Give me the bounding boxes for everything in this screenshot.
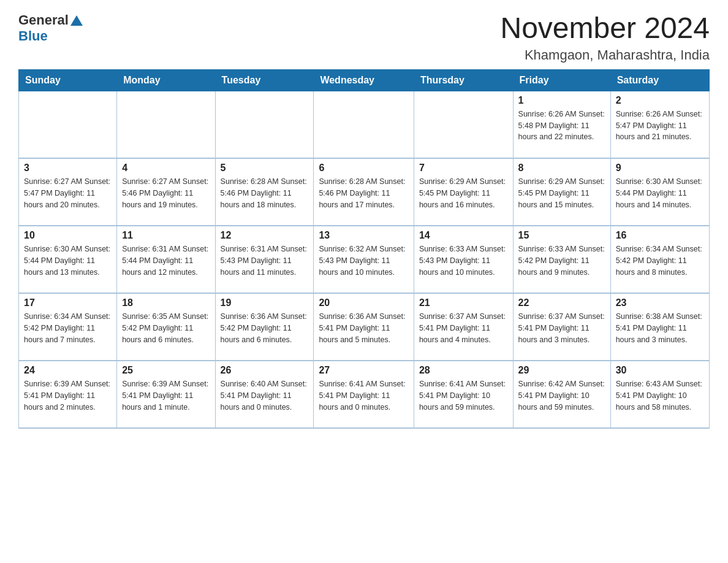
weekday-header-friday: Friday	[513, 69, 610, 91]
calendar-cell: 15Sunrise: 6:33 AM Sunset: 5:42 PM Dayli…	[513, 226, 610, 293]
day-detail: Sunrise: 6:36 AM Sunset: 5:41 PM Dayligh…	[319, 311, 408, 345]
day-detail: Sunrise: 6:42 AM Sunset: 5:41 PM Dayligh…	[518, 378, 605, 413]
page-title: November 2024	[500, 12, 710, 45]
calendar-cell: 20Sunrise: 6:36 AM Sunset: 5:41 PM Dayli…	[314, 293, 414, 361]
day-number: 4	[122, 163, 210, 174]
calendar-week-row: 17Sunrise: 6:34 AM Sunset: 5:42 PM Dayli…	[19, 293, 710, 361]
calendar-cell: 8Sunrise: 6:29 AM Sunset: 5:45 PM Daylig…	[513, 158, 610, 226]
calendar-cell: 4Sunrise: 6:27 AM Sunset: 5:46 PM Daylig…	[117, 158, 215, 226]
day-detail: Sunrise: 6:34 AM Sunset: 5:42 PM Dayligh…	[24, 311, 112, 345]
calendar-cell: 24Sunrise: 6:39 AM Sunset: 5:41 PM Dayli…	[19, 361, 117, 428]
day-number: 11	[122, 230, 210, 241]
day-number: 28	[419, 365, 508, 376]
calendar-cell: 17Sunrise: 6:34 AM Sunset: 5:42 PM Dayli…	[19, 293, 117, 361]
calendar-cell: 2Sunrise: 6:26 AM Sunset: 5:47 PM Daylig…	[610, 91, 709, 158]
calendar-cell	[215, 91, 314, 158]
day-detail: Sunrise: 6:27 AM Sunset: 5:46 PM Dayligh…	[122, 176, 210, 210]
day-detail: Sunrise: 6:26 AM Sunset: 5:47 PM Dayligh…	[616, 109, 704, 143]
day-detail: Sunrise: 6:38 AM Sunset: 5:41 PM Dayligh…	[616, 311, 704, 345]
day-number: 5	[221, 163, 309, 174]
calendar-cell: 28Sunrise: 6:41 AM Sunset: 5:41 PM Dayli…	[414, 361, 513, 428]
calendar-cell: 12Sunrise: 6:31 AM Sunset: 5:43 PM Dayli…	[215, 226, 314, 293]
weekday-header-monday: Monday	[117, 69, 215, 91]
weekday-header-thursday: Thursday	[414, 69, 513, 91]
calendar-week-row: 24Sunrise: 6:39 AM Sunset: 5:41 PM Dayli…	[19, 361, 710, 428]
calendar-cell: 21Sunrise: 6:37 AM Sunset: 5:41 PM Dayli…	[414, 293, 513, 361]
weekday-header-sunday: Sunday	[19, 69, 117, 91]
day-detail: Sunrise: 6:30 AM Sunset: 5:44 PM Dayligh…	[616, 176, 704, 210]
weekday-header-wednesday: Wednesday	[314, 69, 414, 91]
weekday-header-tuesday: Tuesday	[215, 69, 314, 91]
day-detail: Sunrise: 6:28 AM Sunset: 5:46 PM Dayligh…	[221, 176, 309, 210]
calendar-cell	[314, 91, 414, 158]
day-detail: Sunrise: 6:26 AM Sunset: 5:48 PM Dayligh…	[518, 109, 605, 143]
day-detail: Sunrise: 6:29 AM Sunset: 5:45 PM Dayligh…	[419, 176, 508, 210]
day-detail: Sunrise: 6:37 AM Sunset: 5:41 PM Dayligh…	[419, 311, 508, 345]
calendar-cell: 16Sunrise: 6:34 AM Sunset: 5:42 PM Dayli…	[610, 226, 709, 293]
calendar-table: SundayMondayTuesdayWednesdayThursdayFrid…	[18, 69, 710, 429]
calendar-cell: 7Sunrise: 6:29 AM Sunset: 5:45 PM Daylig…	[414, 158, 513, 226]
day-number: 18	[122, 297, 210, 308]
day-number: 9	[616, 163, 704, 174]
day-detail: Sunrise: 6:33 AM Sunset: 5:43 PM Dayligh…	[419, 243, 508, 278]
day-number: 2	[616, 95, 704, 106]
day-number: 22	[518, 297, 605, 308]
day-number: 21	[419, 297, 508, 308]
day-detail: Sunrise: 6:31 AM Sunset: 5:43 PM Dayligh…	[221, 243, 309, 278]
day-detail: Sunrise: 6:37 AM Sunset: 5:41 PM Dayligh…	[518, 311, 605, 345]
calendar-cell: 27Sunrise: 6:41 AM Sunset: 5:41 PM Dayli…	[314, 361, 414, 428]
calendar-cell: 6Sunrise: 6:28 AM Sunset: 5:46 PM Daylig…	[314, 158, 414, 226]
day-number: 12	[221, 230, 309, 241]
calendar-header-row: SundayMondayTuesdayWednesdayThursdayFrid…	[19, 69, 710, 91]
day-number: 23	[616, 297, 704, 308]
calendar-cell: 9Sunrise: 6:30 AM Sunset: 5:44 PM Daylig…	[610, 158, 709, 226]
day-number: 3	[24, 163, 112, 174]
day-number: 1	[518, 95, 605, 106]
day-number: 26	[221, 365, 309, 376]
calendar-cell: 30Sunrise: 6:43 AM Sunset: 5:41 PM Dayli…	[610, 361, 709, 428]
day-detail: Sunrise: 6:39 AM Sunset: 5:41 PM Dayligh…	[24, 378, 112, 413]
calendar-cell: 19Sunrise: 6:36 AM Sunset: 5:42 PM Dayli…	[215, 293, 314, 361]
day-number: 8	[518, 163, 605, 174]
day-number: 17	[24, 297, 112, 308]
day-detail: Sunrise: 6:31 AM Sunset: 5:44 PM Dayligh…	[122, 243, 210, 278]
calendar-cell: 1Sunrise: 6:26 AM Sunset: 5:48 PM Daylig…	[513, 91, 610, 158]
day-number: 27	[319, 365, 408, 376]
calendar-cell: 18Sunrise: 6:35 AM Sunset: 5:42 PM Dayli…	[117, 293, 215, 361]
day-detail: Sunrise: 6:32 AM Sunset: 5:43 PM Dayligh…	[319, 243, 408, 278]
day-detail: Sunrise: 6:40 AM Sunset: 5:41 PM Dayligh…	[221, 378, 309, 413]
day-number: 24	[24, 365, 112, 376]
calendar-week-row: 1Sunrise: 6:26 AM Sunset: 5:48 PM Daylig…	[19, 91, 710, 158]
day-number: 14	[419, 230, 508, 241]
day-detail: Sunrise: 6:28 AM Sunset: 5:46 PM Dayligh…	[319, 176, 408, 210]
calendar-cell: 11Sunrise: 6:31 AM Sunset: 5:44 PM Dayli…	[117, 226, 215, 293]
day-detail: Sunrise: 6:43 AM Sunset: 5:41 PM Dayligh…	[616, 378, 704, 413]
calendar-cell: 5Sunrise: 6:28 AM Sunset: 5:46 PM Daylig…	[215, 158, 314, 226]
calendar-cell: 22Sunrise: 6:37 AM Sunset: 5:41 PM Dayli…	[513, 293, 610, 361]
calendar-cell	[414, 91, 513, 158]
page-header: General Blue November 2024 Khamgaon, Mah…	[18, 12, 710, 63]
day-number: 13	[319, 230, 408, 241]
calendar-week-row: 10Sunrise: 6:30 AM Sunset: 5:44 PM Dayli…	[19, 226, 710, 293]
day-number: 30	[616, 365, 704, 376]
logo: General Blue	[18, 12, 83, 44]
day-detail: Sunrise: 6:27 AM Sunset: 5:47 PM Dayligh…	[24, 176, 112, 210]
calendar-cell: 26Sunrise: 6:40 AM Sunset: 5:41 PM Dayli…	[215, 361, 314, 428]
page-subtitle: Khamgaon, Maharashtra, India	[500, 47, 710, 63]
day-detail: Sunrise: 6:41 AM Sunset: 5:41 PM Dayligh…	[319, 378, 408, 413]
day-number: 6	[319, 163, 408, 174]
day-number: 15	[518, 230, 605, 241]
title-block: November 2024 Khamgaon, Maharashtra, Ind…	[500, 12, 710, 63]
calendar-cell	[117, 91, 215, 158]
day-number: 7	[419, 163, 508, 174]
day-number: 19	[221, 297, 309, 308]
day-detail: Sunrise: 6:30 AM Sunset: 5:44 PM Dayligh…	[24, 243, 112, 278]
calendar-cell	[19, 91, 117, 158]
day-number: 29	[518, 365, 605, 376]
day-detail: Sunrise: 6:34 AM Sunset: 5:42 PM Dayligh…	[616, 243, 704, 278]
calendar-cell: 25Sunrise: 6:39 AM Sunset: 5:41 PM Dayli…	[117, 361, 215, 428]
logo-general-text: General	[18, 12, 69, 28]
day-detail: Sunrise: 6:41 AM Sunset: 5:41 PM Dayligh…	[419, 378, 508, 413]
day-detail: Sunrise: 6:33 AM Sunset: 5:42 PM Dayligh…	[518, 243, 605, 278]
calendar-cell: 23Sunrise: 6:38 AM Sunset: 5:41 PM Dayli…	[610, 293, 709, 361]
